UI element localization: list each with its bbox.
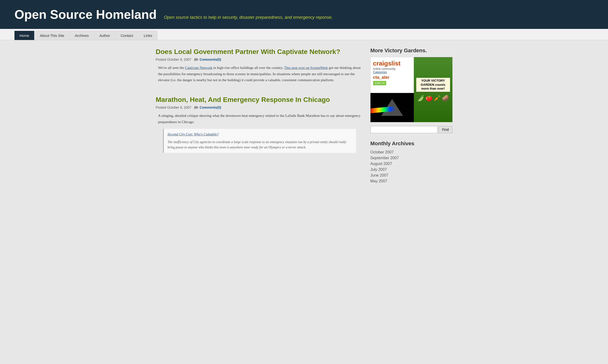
post-title-0[interactable]: Does Local Government Partner With Capti… bbox=[156, 47, 361, 56]
content-wrapper: Does Local Government Partner With Capti… bbox=[141, 40, 467, 198]
archive-item-2: August 2007 bbox=[371, 162, 453, 166]
site-nav: HomeAbout This SiteArchivesAuthorContact… bbox=[0, 29, 608, 40]
search-input[interactable] bbox=[371, 126, 438, 133]
archive-link-4[interactable]: June 2007 bbox=[371, 173, 388, 177]
veggie-potato-icon: 🥔 bbox=[442, 95, 449, 101]
archive-item-3: July 2007 bbox=[371, 168, 453, 172]
craigslist-panel: craigslist online community Categories c… bbox=[371, 57, 414, 93]
sidebar: More Victory Gardens. craigslist online … bbox=[371, 47, 453, 191]
svg-rect-2 bbox=[194, 106, 198, 109]
nav-item-about-this-site[interactable]: About This Site bbox=[35, 31, 69, 40]
archive-item-5: May 2007 bbox=[371, 179, 453, 183]
svg-marker-3 bbox=[194, 109, 195, 109]
blockquote-text-1: The inefficiency of City agencies to coo… bbox=[168, 140, 352, 150]
blockquote-1: Second City Cop: Who's Culpable?The inef… bbox=[163, 129, 356, 153]
craigslist-join[interactable]: JOIN TH bbox=[373, 81, 386, 85]
post-meta-1: Posted October 8, 2007Comments(0) bbox=[156, 105, 361, 109]
screenwerk-link[interactable]: This post over on ScreenWerk bbox=[284, 66, 328, 70]
victory-garden-heading: More Victory Gardens. bbox=[371, 47, 453, 54]
svg-rect-0 bbox=[194, 58, 198, 61]
craigslist-categories[interactable]: Categories bbox=[373, 71, 411, 74]
veggie-pea-icon: 🫛 bbox=[417, 95, 425, 101]
search-bar: Find bbox=[371, 126, 453, 133]
archive-item-1: September 2007 bbox=[371, 156, 453, 160]
image-collage: craigslist online community Categories c… bbox=[371, 57, 453, 122]
comment-icon-0 bbox=[194, 58, 198, 61]
post-comments-1[interactable]: Comments(0) bbox=[199, 105, 221, 109]
archive-link-2[interactable]: August 2007 bbox=[371, 162, 392, 166]
archive-link-5[interactable]: May 2007 bbox=[371, 179, 387, 183]
post-body-1: A stinging, detailed critique showing wh… bbox=[158, 113, 361, 153]
main-content: Does Local Government Partner With Capti… bbox=[156, 47, 361, 191]
post-intro-1: A stinging, detailed critique showing wh… bbox=[158, 113, 361, 125]
search-button[interactable]: Find bbox=[439, 126, 452, 133]
victory-title: YOUR VICTORY GARDEN counts more than eve… bbox=[416, 78, 450, 92]
blockquote-title-1[interactable]: Second City Cop: Who's Culpable? bbox=[168, 131, 352, 138]
post-title-1[interactable]: Marathon, Heat, And Emergency Response I… bbox=[156, 95, 361, 104]
collage-left: craigslist online community Categories c… bbox=[371, 57, 414, 122]
archive-list: October 2007September 2007August 2007Jul… bbox=[371, 150, 453, 183]
collage-bottom-panel bbox=[371, 93, 414, 122]
site-title: Open Source Homeland bbox=[14, 7, 156, 22]
post-date-0: Posted October 9, 2007 bbox=[156, 58, 192, 61]
nav-item-author[interactable]: Author bbox=[94, 31, 115, 40]
captivate-link[interactable]: Captivate Network bbox=[185, 66, 212, 70]
post-date-1: Posted October 8, 2007 bbox=[156, 105, 192, 109]
archive-link-0[interactable]: October 2007 bbox=[371, 150, 394, 154]
post-comments-0[interactable]: Comments(0) bbox=[199, 58, 221, 61]
craigslist-sub: online community bbox=[373, 67, 411, 71]
archive-link-1[interactable]: September 2007 bbox=[371, 156, 399, 160]
archive-link-3[interactable]: July 2007 bbox=[371, 168, 387, 171]
comment-icon-1 bbox=[194, 106, 198, 109]
nav-item-links[interactable]: Links bbox=[139, 31, 157, 40]
victory-garden-panel: YOUR VICTORY GARDEN counts more than eve… bbox=[414, 57, 453, 122]
nav-item-archives[interactable]: Archives bbox=[70, 31, 94, 40]
post-0: Does Local Government Partner With Capti… bbox=[156, 47, 361, 83]
craigslist-title: craigslist bbox=[373, 60, 411, 67]
archive-item-4: June 2007 bbox=[371, 173, 453, 178]
veggie-tomato-icon: 🍅 bbox=[426, 95, 433, 101]
craigslist-alert: cta_aler bbox=[373, 75, 411, 80]
site-tagline: Open source tactics to help in security,… bbox=[164, 15, 332, 20]
post-1: Marathon, Heat, And Emergency Response I… bbox=[156, 95, 361, 153]
archives-heading: Monthly Archives bbox=[371, 141, 453, 147]
veggie-carrot-icon: 🥕 bbox=[434, 95, 441, 101]
svg-marker-1 bbox=[194, 61, 195, 61]
nav-item-contact[interactable]: Contact bbox=[115, 31, 138, 40]
post-body-0: We've all seen the Captivate Network in … bbox=[158, 65, 361, 83]
victory-garden-section: More Victory Gardens. craigslist online … bbox=[371, 47, 453, 133]
archives-section: Monthly Archives October 2007September 2… bbox=[371, 141, 453, 183]
site-header: Open Source Homeland Open source tactics… bbox=[0, 0, 608, 29]
nav-item-home[interactable]: Home bbox=[14, 31, 34, 40]
post-meta-0: Posted October 9, 2007Comments(0) bbox=[156, 58, 361, 61]
archive-item-0: October 2007 bbox=[371, 150, 453, 155]
